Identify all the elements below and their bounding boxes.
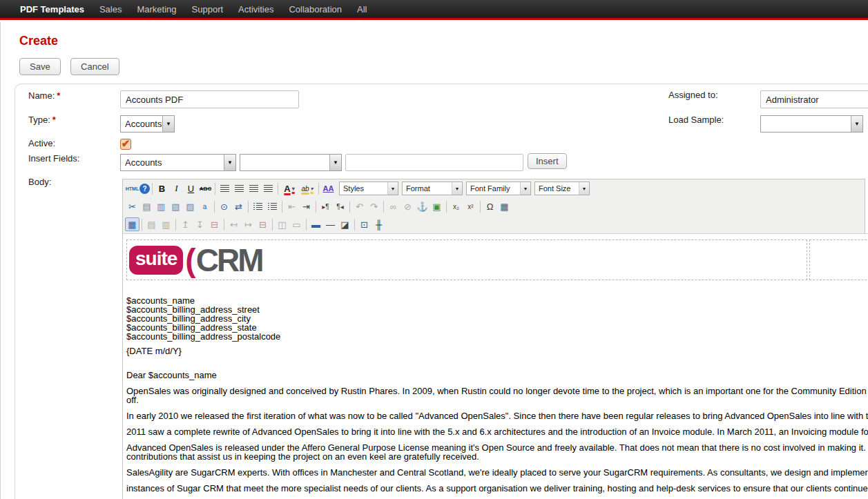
font-size-select[interactable]: Font Size ▼	[534, 182, 590, 195]
insert-col-before-icon[interactable]: ↤	[226, 217, 241, 231]
dropdown-arrow-icon[interactable]: ▼	[579, 182, 589, 195]
nav-item[interactable]: All	[349, 4, 374, 14]
separator	[318, 183, 319, 195]
merge-cells-icon[interactable]: ▭	[289, 217, 304, 231]
table-cell-props-icon[interactable]: ▥	[159, 217, 173, 231]
bullet-list-icon[interactable]	[251, 199, 265, 213]
nav-item[interactable]: PDF Templates	[12, 4, 92, 14]
table-cell-right[interactable]	[809, 239, 868, 280]
logo-crm-text: CRM	[196, 245, 262, 275]
active-checkbox[interactable]: ✔	[120, 139, 131, 150]
insert-table-icon[interactable]: ▦	[497, 199, 512, 213]
font-family-select[interactable]: Font Family ▼	[466, 182, 531, 195]
nav-item[interactable]: Activities	[231, 4, 281, 14]
align-left-icon[interactable]	[218, 182, 232, 195]
nav-item[interactable]: Support	[184, 4, 231, 14]
strikethrough-icon[interactable]: ABC	[198, 182, 213, 195]
highlight-color-icon[interactable]: ab	[298, 182, 316, 195]
dropdown-arrow-icon[interactable]: ▼	[520, 182, 530, 195]
separator	[383, 201, 384, 213]
required-mark: *	[57, 90, 60, 101]
dropdown-arrow-icon[interactable]: ▼	[162, 116, 174, 132]
nav-item[interactable]: Collaboration	[281, 4, 349, 14]
italic-icon[interactable]: I	[169, 182, 184, 195]
redo-icon[interactable]: ↷	[367, 199, 381, 213]
outdent-icon[interactable]: ⇤	[284, 199, 299, 213]
special-char-icon[interactable]: Ω	[483, 199, 497, 213]
link-icon[interactable]: ∞	[386, 199, 401, 213]
insert-row-after-icon[interactable]: ↧	[193, 217, 207, 231]
cut-icon[interactable]: ✂	[125, 199, 139, 213]
align-justify-icon[interactable]	[261, 182, 276, 195]
undo-icon[interactable]: ↶	[352, 199, 367, 213]
insert-col-after-icon[interactable]: ↦	[241, 217, 255, 231]
dropdown-arrow-icon[interactable]: ▼	[851, 116, 862, 132]
separator	[152, 183, 153, 195]
format-select[interactable]: Format ▼	[402, 182, 463, 195]
insert-text-input[interactable]	[345, 154, 523, 171]
find-replace-icon[interactable]: ⇄	[231, 199, 246, 213]
load-sample-select[interactable]: ▼	[760, 115, 863, 133]
dropdown-arrow-icon[interactable]: ▼	[387, 182, 398, 195]
source-code-icon[interactable]: HTML	[125, 182, 139, 195]
dropdown-arrow-icon[interactable]: ▼	[329, 155, 341, 170]
dropdown-arrow-icon[interactable]: ▼	[224, 155, 235, 170]
horizontal-rule-icon[interactable]: ▬	[309, 217, 323, 231]
subscript-icon[interactable]: x₂	[449, 199, 463, 213]
load-sample-label: Load Sample:	[668, 115, 724, 125]
delete-row-icon[interactable]: ⊟	[207, 217, 222, 231]
split-cells-icon[interactable]: ◫	[275, 217, 289, 231]
align-right-icon[interactable]	[247, 182, 261, 195]
ltr-icon[interactable]: ▸¶	[318, 199, 333, 213]
rtl-icon[interactable]: ¶◂	[333, 199, 347, 213]
table-cell-logo[interactable]: suite ( CRM	[126, 239, 807, 280]
edit-view-panel: Name:* Assigned to: Type:* Accounts ▼ Lo…	[15, 84, 868, 499]
unlink-icon[interactable]: ⊘	[401, 199, 415, 213]
numbered-list-icon[interactable]	[265, 199, 280, 213]
find-icon[interactable]: ⊙	[217, 199, 231, 213]
line-icon[interactable]: —	[323, 217, 338, 231]
name-input[interactable]	[120, 90, 299, 108]
superscript-icon[interactable]: x²	[463, 199, 478, 213]
save-button[interactable]: Save	[19, 58, 61, 75]
bold-icon[interactable]: B	[155, 182, 169, 195]
separator	[214, 201, 215, 213]
insert-button[interactable]: Insert	[528, 153, 567, 169]
align-center-icon[interactable]	[232, 182, 247, 195]
copy-icon[interactable]: ▤	[139, 199, 154, 213]
insert-field-select[interactable]: ▼	[240, 154, 342, 171]
help-icon[interactable]: ?	[139, 184, 150, 194]
required-mark: *	[52, 115, 56, 125]
type-label: Type:*	[28, 115, 56, 125]
delete-col-icon[interactable]: ⊟	[255, 217, 270, 231]
paste-as-text-icon[interactable]: ▧	[168, 199, 183, 213]
styles-select[interactable]: Styles ▼	[339, 182, 398, 195]
toggle-guidelines-icon[interactable]: ▦	[125, 217, 139, 231]
clear-formatting-icon[interactable]: AA	[321, 182, 336, 195]
paste-from-word-icon[interactable]: ▨	[183, 199, 197, 213]
paste-icon[interactable]: ▥	[154, 199, 168, 213]
indent-icon[interactable]: ⇥	[299, 199, 314, 213]
remove-format-icon[interactable]: ◪	[338, 217, 352, 231]
logo-suite-badge: suite	[129, 246, 183, 275]
insert-fields-label: Insert Fields:	[28, 153, 79, 164]
dropdown-arrow-icon[interactable]: ▼	[452, 182, 462, 195]
nav-item[interactable]: Sales	[92, 4, 130, 14]
table-row-props-icon[interactable]: ▤	[144, 217, 159, 231]
nav-item[interactable]: Marketing	[129, 4, 184, 14]
page-break-icon[interactable]: ╫	[372, 217, 386, 231]
image-icon[interactable]: ▣	[430, 199, 444, 213]
separator	[278, 183, 278, 195]
anchor-icon[interactable]: ⚓	[415, 199, 430, 213]
type-select[interactable]: Accounts ▼	[120, 115, 175, 133]
editor-content-area[interactable]: suite ( CRM $accounts_name $accounts_bil…	[123, 233, 868, 499]
font-color-icon[interactable]: A	[280, 182, 298, 195]
select-all-icon[interactable]: a	[197, 199, 212, 213]
assigned-to-input[interactable]	[760, 90, 868, 108]
body-text-line: $accounts_billing_address_postalcode	[126, 332, 868, 341]
insert-row-before-icon[interactable]: ↥	[178, 217, 193, 231]
insert-attributes-icon[interactable]: ⊡	[357, 217, 372, 231]
underline-icon[interactable]: U	[184, 182, 198, 195]
insert-module-select[interactable]: Accounts ▼	[120, 154, 236, 171]
cancel-button[interactable]: Cancel	[70, 58, 119, 75]
